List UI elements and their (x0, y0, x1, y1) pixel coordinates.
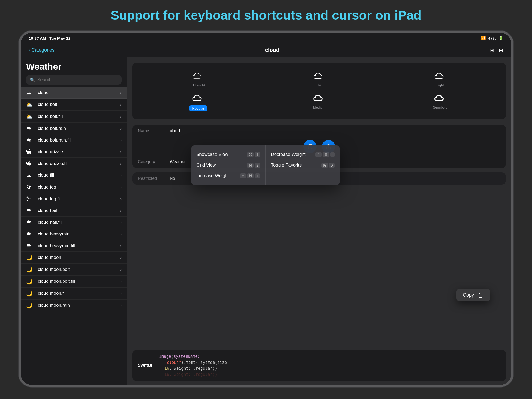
icon-cell-ultralight[interactable]: Ultralight (140, 70, 256, 87)
search-box[interactable]: 🔍 (26, 75, 122, 85)
shortcut-keys: ⌘ D (321, 163, 335, 168)
list-item[interactable]: 🌧 cloud.heavyrain.fill › (21, 240, 127, 252)
cloud-bolt-rain-fill-icon: 🌧 (26, 137, 35, 143)
icon-cell-medium[interactable]: Medium (261, 93, 377, 111)
list-item[interactable]: ⛅ cloud.bolt.fill › (21, 111, 127, 123)
list-item[interactable]: 🌙 cloud.moon › (21, 252, 127, 264)
list-item[interactable]: 🌧 cloud.heavyrain › (21, 228, 127, 240)
list-item[interactable]: ⛅ cloud.bolt › (21, 99, 127, 111)
chevron-right-icon: › (120, 90, 122, 95)
icon-cell-thin[interactable]: Thin (261, 70, 377, 87)
icon-regular-label: Regular (189, 105, 208, 111)
list-item[interactable]: 🌦 cloud.drizzle.fill › (21, 158, 127, 169)
list-item[interactable]: 🌙 cloud.moon.fill › (21, 288, 127, 300)
list-item[interactable]: 🌨 cloud.hail › (21, 205, 127, 217)
list-item[interactable]: 🌨 cloud.hail.fill › (21, 217, 127, 228)
key-cmd: ⌘ (247, 152, 254, 157)
cloud-hail-icon: 🌨 (26, 207, 35, 214)
icon-ultralight-label: Ultralight (192, 83, 205, 87)
list-item[interactable]: ☁ cloud.fill › (21, 169, 127, 181)
list-item-label: cloud.moon.rain (38, 303, 120, 308)
list-item-label: cloud.bolt.rain.fill (38, 138, 120, 143)
list-item[interactable]: 🌦 cloud.drizzle › (21, 146, 127, 158)
search-input[interactable] (37, 77, 118, 82)
list-item-label: cloud.fill (38, 173, 120, 178)
swiftui-header: SwiftUI Image(systemName: "cloud").font(… (132, 350, 506, 381)
status-bar: 10:37 AM Tue May 12 📶 47% 🔋 (21, 33, 511, 43)
shortcut-decrease-weight[interactable]: Decrease Weight ⇧ ⌘ - (271, 149, 335, 160)
cloud-drizzle-icon: 🌦 (26, 149, 35, 155)
chevron-right-icon: › (120, 161, 122, 166)
key-minus: - (330, 152, 335, 157)
copy-overlay[interactable]: Copy (456, 289, 490, 301)
cloud-drizzle-fill-icon: 🌦 (26, 160, 35, 167)
cloud-bolt-fill-icon: ⛅ (26, 113, 35, 120)
back-button[interactable]: ‹ Categories (29, 47, 55, 53)
chevron-right-icon: › (120, 209, 122, 213)
restricted-val: No (170, 176, 175, 181)
shortcut-keys: ⌘ 2 (247, 163, 260, 168)
list-item-label: cloud.moon.bolt (38, 267, 120, 272)
cloud-moon-bolt-icon: 🌙 (26, 266, 35, 273)
cloud-heavyrain-icon: 🌧 (26, 231, 35, 237)
shortcut-showcase-view[interactable]: Showcase View ⌘ 1 (196, 149, 260, 160)
list-item-label: cloud.bolt (38, 102, 120, 107)
code-number: 16 (164, 366, 169, 371)
list-item-label: cloud (38, 90, 120, 95)
chevron-right-icon: › (120, 279, 122, 284)
battery-icon: 🔋 (498, 36, 503, 40)
key-2: 2 (255, 163, 260, 168)
cloud-bolt-icon: ⛅ (26, 101, 35, 108)
shortcut-col-left: Showcase View ⌘ 1 Grid View ⌘ 2 (191, 145, 266, 185)
shortcut-increase-weight[interactable]: Increase Weight ⇧ ⌘ + (196, 171, 260, 181)
chevron-right-icon: › (120, 303, 122, 307)
cloud-moon-rain-icon: 🌙 (26, 302, 35, 309)
cloud-moon-icon: 🌙 (26, 254, 35, 261)
list-item-label: cloud.heavyrain (38, 231, 120, 237)
icon-cell-light[interactable]: Light (382, 70, 498, 87)
list-view-button[interactable]: ⊞ (490, 47, 494, 53)
shortcut-name: Showcase View (196, 152, 228, 157)
grid-view-button[interactable]: ⊟ (499, 47, 503, 53)
list-item[interactable]: 🌙 cloud.moon.bolt › (21, 264, 127, 276)
list-item-label: cloud.fog (38, 185, 120, 190)
list-item-label: cloud.moon.fill (38, 291, 120, 296)
back-label[interactable]: Categories (31, 47, 55, 53)
cloud-hail-fill-icon: 🌨 (26, 219, 35, 225)
swiftui-label: SwiftUI (138, 363, 159, 368)
cloud-fog-icon: 🌫 (26, 184, 35, 190)
list-item[interactable]: 🌫 cloud.fog.fill › (21, 193, 127, 205)
category-val: Weather (170, 160, 186, 164)
key-1: 1 (255, 152, 260, 157)
key-cmd: ⌘ (323, 152, 329, 157)
chevron-right-icon: › (120, 126, 122, 131)
list-item-label: cloud.hail.fill (38, 220, 120, 225)
cloud-thin-icon (313, 70, 326, 81)
key-cmd: ⌘ (247, 163, 254, 168)
name-val: cloud (170, 128, 180, 133)
svg-rect-1 (479, 294, 482, 298)
list-item[interactable]: 🌧 cloud.bolt.rain › (21, 123, 127, 134)
icon-cell-regular[interactable]: Regular (140, 93, 256, 111)
key-cmd: ⌘ (321, 163, 328, 168)
list-item-label: cloud.moon (38, 255, 120, 260)
list-item[interactable]: 🌙 cloud.moon.bolt.fill › (21, 276, 127, 288)
chevron-right-icon: › (120, 173, 122, 177)
list-item[interactable]: ☁ cloud › (21, 87, 127, 99)
cloud-fog-fill-icon: 🌫 (26, 196, 35, 202)
list-item-label: cloud.moon.bolt.fill (38, 279, 120, 284)
chevron-right-icon: › (120, 150, 122, 154)
icon-cell-semibold[interactable]: Semibold (382, 93, 498, 111)
shortcut-grid-view[interactable]: Grid View ⌘ 2 (196, 160, 260, 171)
list-item[interactable]: 🌫 cloud.fog › (21, 181, 127, 193)
shortcut-overlay: Showcase View ⌘ 1 Grid View ⌘ 2 (191, 145, 340, 185)
name-row: Name cloud (132, 125, 506, 137)
list-item[interactable]: 🌙 cloud.moon.rain › (21, 300, 127, 311)
chevron-right-icon: › (120, 185, 122, 189)
shortcut-name: Toggle Favorite (271, 163, 302, 168)
list-item-label: cloud.hail (38, 208, 120, 213)
key-cmd: ⌘ (247, 173, 254, 178)
list-item[interactable]: 🌧 cloud.bolt.rain.fill › (21, 134, 127, 146)
chevron-right-icon: › (120, 244, 122, 248)
shortcut-toggle-favorite[interactable]: Toggle Favorite ⌘ D (271, 160, 335, 171)
